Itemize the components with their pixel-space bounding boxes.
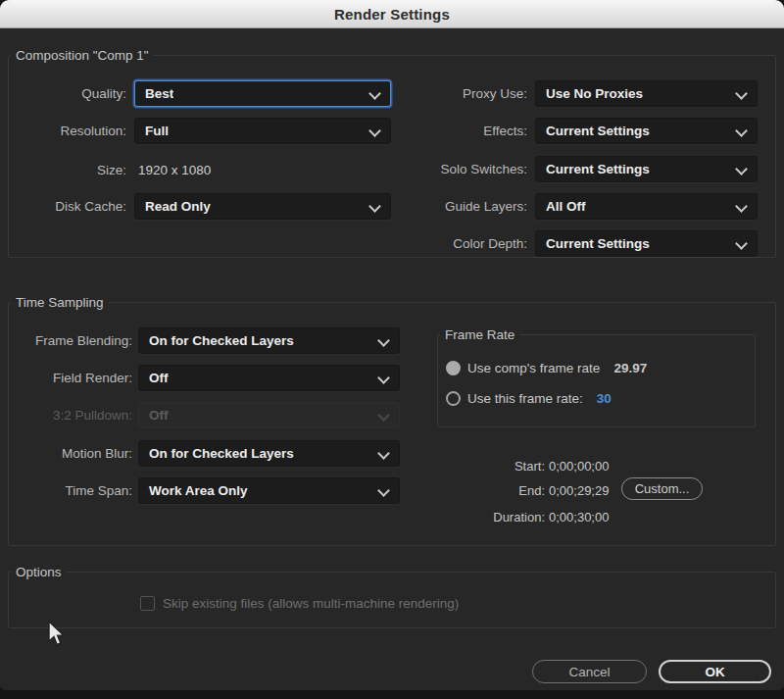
pulldown-dropdown: Off	[138, 402, 400, 428]
effects-dropdown[interactable]: Current Settings	[535, 118, 758, 144]
time-span-label: Time Span:	[11, 483, 132, 498]
proxy-use-value: Use No Proxies	[536, 86, 643, 101]
chevron-down-icon	[377, 372, 390, 384]
quality-value: Best	[135, 86, 173, 101]
guide-layers-dropdown[interactable]: All Off	[535, 193, 758, 220]
motion-blur-value: On for Checked Layers	[139, 446, 294, 461]
start-label: Start:	[471, 459, 545, 474]
chevron-down-icon	[735, 87, 748, 100]
start-value: 0;00;00;00	[549, 459, 609, 474]
radio-unselected-icon[interactable]	[446, 391, 461, 406]
disk-cache-value: Read Only	[135, 199, 211, 214]
checkbox-unchecked-icon[interactable]	[140, 596, 155, 611]
frame-blending-value: On for Checked Layers	[139, 333, 294, 348]
custom-button[interactable]: Custom...	[621, 477, 703, 500]
chevron-down-icon	[735, 237, 748, 250]
radio-selected-icon[interactable]	[446, 361, 461, 375]
chevron-down-icon	[735, 200, 748, 213]
size-label: Size:	[17, 163, 126, 177]
frame-blending-label: Frame Blending:	[11, 333, 132, 348]
color-depth-value: Current Settings	[536, 236, 650, 251]
dialog-titlebar: Render Settings	[0, 0, 784, 28]
skip-existing-row[interactable]: Skip existing files (allows multi-machin…	[140, 594, 459, 612]
chevron-down-icon	[735, 163, 748, 175]
ok-button[interactable]: OK	[659, 660, 771, 683]
chevron-down-icon	[735, 125, 748, 137]
effects-value: Current Settings	[536, 124, 650, 138]
composition-group: Composition "Comp 1" Quality: Best Resol…	[8, 48, 776, 258]
motion-blur-label: Motion Blur:	[11, 446, 132, 461]
chevron-down-icon	[377, 409, 390, 422]
disk-cache-dropdown[interactable]: Read Only	[134, 193, 391, 220]
skip-existing-label: Skip existing files (allows multi-machin…	[163, 596, 459, 611]
time-sampling-group: Time Sampling Frame Blending: On for Che…	[8, 295, 776, 546]
end-value: 0;00;29;29	[549, 483, 609, 498]
chevron-down-icon	[377, 447, 390, 460]
disk-cache-label: Disk Cache:	[17, 199, 126, 214]
resolution-label: Resolution:	[17, 124, 126, 138]
field-render-dropdown[interactable]: Off	[138, 365, 400, 391]
custom-frame-rate-value[interactable]: 30	[597, 391, 612, 406]
dialog-content: Composition "Comp 1" Quality: Best Resol…	[0, 27, 784, 690]
motion-blur-dropdown[interactable]: On for Checked Layers	[138, 440, 400, 467]
frame-blending-dropdown[interactable]: On for Checked Layers	[138, 327, 400, 354]
solo-switches-value: Current Settings	[536, 162, 650, 176]
pulldown-value: Off	[139, 408, 169, 423]
chevron-down-icon	[377, 334, 390, 347]
comp-frame-rate-value: 29.97	[613, 361, 647, 375]
frame-rate-group-label: Frame Rate	[440, 327, 519, 342]
resolution-value: Full	[135, 124, 169, 138]
solo-switches-dropdown[interactable]: Current Settings	[535, 156, 758, 182]
proxy-use-dropdown[interactable]: Use No Proxies	[535, 80, 758, 107]
chevron-down-icon	[377, 484, 390, 497]
time-span-value: Work Area Only	[139, 483, 248, 498]
size-value: 1920 x 1080	[138, 163, 211, 177]
render-settings-dialog: Render Settings Composition "Comp 1" Qua…	[0, 0, 784, 690]
frame-rate-option-custom[interactable]: Use this frame rate: 30	[446, 389, 612, 407]
options-group-label: Options	[11, 565, 67, 579]
guide-layers-value: All Off	[536, 199, 586, 214]
color-depth-dropdown[interactable]: Current Settings	[535, 230, 758, 257]
chevron-down-icon	[368, 200, 381, 213]
end-label: End:	[471, 483, 545, 498]
frame-rate-group: Frame Rate Use comp's frame rate 29.97 U…	[437, 327, 756, 427]
solo-switches-label: Solo Switches:	[413, 162, 527, 176]
effects-label: Effects:	[413, 124, 527, 138]
chevron-down-icon	[368, 87, 381, 100]
time-span-dropdown[interactable]: Work Area Only	[138, 477, 400, 504]
custom-frame-rate-label: Use this frame rate:	[467, 391, 583, 406]
pulldown-label: 3:2 Pulldown:	[11, 408, 132, 423]
composition-group-label: Composition "Comp 1"	[11, 48, 154, 63]
field-render-label: Field Render:	[11, 371, 132, 385]
duration-value: 0;00;30;00	[549, 510, 609, 524]
cancel-button[interactable]: Cancel	[532, 660, 647, 683]
quality-label: Quality:	[17, 86, 126, 101]
options-group: Options Skip existing files (allows mult…	[8, 565, 776, 628]
field-render-value: Off	[139, 371, 169, 385]
dialog-title: Render Settings	[334, 6, 450, 23]
comp-frame-rate-label: Use comp's frame rate	[467, 361, 600, 375]
color-depth-label: Color Depth:	[413, 236, 527, 251]
mouse-cursor-icon	[45, 620, 67, 649]
quality-dropdown[interactable]: Best	[134, 80, 391, 107]
chevron-down-icon	[368, 125, 381, 137]
duration-label: Duration:	[471, 510, 545, 524]
resolution-dropdown[interactable]: Full	[134, 118, 391, 144]
time-sampling-group-label: Time Sampling	[11, 295, 109, 310]
guide-layers-label: Guide Layers:	[413, 199, 527, 214]
proxy-use-label: Proxy Use:	[413, 86, 527, 101]
frame-rate-option-comp[interactable]: Use comp's frame rate 29.97	[446, 359, 647, 376]
